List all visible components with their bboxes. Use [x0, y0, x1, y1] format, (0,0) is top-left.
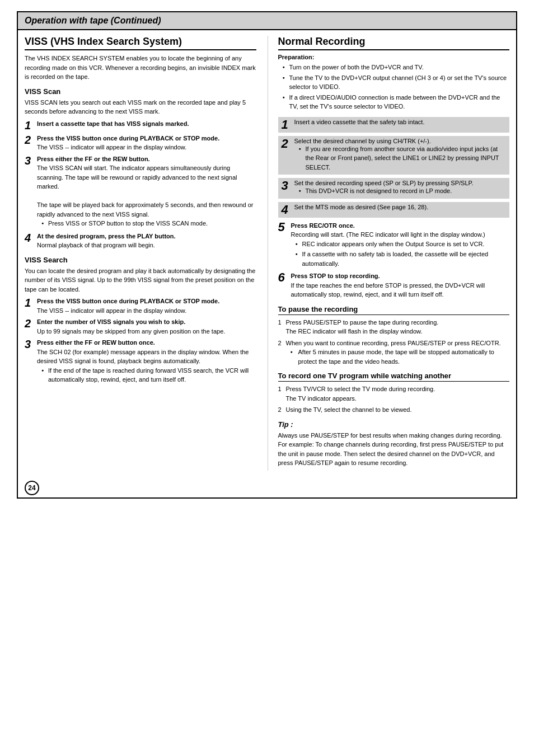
nr-step-2-title: Select the desired channel by using CH/T… — [294, 138, 431, 144]
nr-step-num-2: 2 — [282, 138, 292, 150]
nr-step-3-content: Set the desired recording speed (SP or S… — [294, 180, 507, 197]
pause-step-2-bullets: After 5 minutes in pause mode, the tape … — [286, 348, 510, 366]
tip-title: Tip : — [278, 420, 510, 429]
viss-title: VISS (VHS Index Search System) — [25, 36, 256, 50]
nr-step-5-detail: Recording will start. (The REC indicator… — [291, 231, 485, 238]
step-number-2: 2 — [25, 134, 35, 146]
prep-bullet-2: Tune the TV to the DVD+VCR output channe… — [283, 73, 510, 92]
nr-step-3-title: Set the desired recording speed (SP or S… — [294, 180, 474, 186]
viss-scan-section: VISS Scan VISS SCAN lets you search out … — [25, 87, 256, 250]
prep-bullet-1: Turn on the power of both the DVD+VCR an… — [283, 63, 510, 72]
nr-step-2-bullet-1: If you are recording from another source… — [299, 144, 507, 172]
prep-bullet-3: If a direct VIDEO/AUDIO connection is ma… — [283, 93, 510, 111]
prep-bullets: Turn on the power of both the DVD+VCR an… — [278, 63, 510, 111]
viss-search-description: You can locate the desired program and p… — [25, 266, 256, 294]
pause-section: To pause the recording 1 Press PAUSE/STE… — [278, 305, 510, 367]
nr-step-5-bullet-2: If a cassette with no safety tab is load… — [296, 250, 510, 268]
nr-step-4-title: Set the MTS mode as desired (See page 16… — [294, 204, 429, 210]
tip-section: Tip : Always use PAUSE/STEP for best res… — [278, 420, 510, 468]
vs-step-3-content: Press either the FF or REW button once. … — [37, 338, 256, 386]
step-3-bullet-1: Press VISS or STOP button to stop the VI… — [41, 219, 256, 228]
normal-recording-title: Normal Recording — [278, 36, 510, 50]
step-4-detail: Normal playback of that program will beg… — [37, 242, 155, 248]
vs-step-3-bullets: If the end of the tape is reached during… — [37, 366, 256, 384]
step-4-content: At the desired program, press the PLAY b… — [37, 232, 256, 250]
step-3-detail2: The tape will be played back for approxi… — [37, 201, 253, 218]
nr-step-3: 3 Set the desired recording speed (SP or… — [278, 178, 510, 199]
nr-step-2-bullets: If you are recording from another source… — [294, 144, 507, 172]
record-while-watching-title: To record one TV program while watching … — [278, 372, 510, 382]
nr-step-6-detail: If the tape reaches the end before STOP … — [291, 282, 485, 298]
step-2-detail: The VISS -- indicator will appear in the… — [37, 144, 186, 151]
page-header: Operation with tape (Continued) — [25, 16, 509, 26]
step-1-title: Insert a cassette tape that has VISS sig… — [37, 120, 189, 127]
pause-step-2-text: When you want to continue recording, pre… — [286, 340, 501, 346]
pause-step-1: 1 Press PAUSE/STEP to pause the tape dur… — [278, 318, 510, 336]
nr-step-5-title: Press REC/OTR once. — [291, 222, 355, 229]
viss-search-section: VISS Search You can locate the desired p… — [25, 256, 256, 386]
rww-step-1-text: Press TV/VCR to select the TV mode durin… — [286, 386, 435, 392]
viss-intro: The VHS INDEX SEARCH SYSTEM enables you … — [25, 54, 256, 82]
pause-step-1-text: Press PAUSE/STEP to pause the tape durin… — [286, 319, 439, 326]
nr-step-5: 5 Press REC/OTR once. Recording will sta… — [278, 221, 510, 270]
right-column: Normal Recording Preparation: Turn on th… — [268, 36, 510, 471]
viss-scan-step-2: 2 Press the VISS button once during PLAY… — [25, 134, 256, 152]
pause-step-2: 2 When you want to continue recording, p… — [278, 339, 510, 367]
viss-search-title: VISS Search — [25, 256, 256, 264]
rww-step-1-sub: The TV indicator appears. — [286, 395, 357, 402]
record-while-watching-section: To record one TV program while watching … — [278, 372, 510, 415]
viss-search-step-3: 3 Press either the FF or REW button once… — [25, 338, 256, 386]
viss-scan-step-3: 3 Press either the FF or the REW button.… — [25, 154, 256, 229]
tip-text: Always use PAUSE/STEP for best results w… — [278, 431, 510, 468]
nr-step-num-4: 4 — [282, 204, 292, 216]
pause-list: 1 Press PAUSE/STEP to pause the tape dur… — [278, 318, 510, 367]
step-1-content: Insert a cassette tape that has VISS sig… — [37, 119, 256, 129]
page-border: Operation with tape (Continued) VISS (VH… — [17, 11, 517, 499]
vs-step-number-1: 1 — [25, 297, 35, 309]
left-column: VISS (VHS Index Search System) The VHS I… — [25, 36, 256, 471]
nr-step-num-3: 3 — [282, 180, 292, 192]
page-number: 24 — [28, 484, 35, 492]
vs-step-2-title: Enter the number of VISS signals you wis… — [37, 318, 185, 325]
nr-step-4-content: Set the MTS mode as desired (See page 16… — [294, 204, 507, 210]
rww-list: 1 Press TV/VCR to select the TV mode dur… — [278, 384, 510, 415]
rww-step-2-text: Using the TV, select the channel to be v… — [286, 406, 412, 413]
preparation-section: Preparation: Turn on the power of both t… — [278, 54, 510, 111]
viss-search-step-2: 2 Enter the number of VISS signals you w… — [25, 317, 256, 336]
vs-step-number-3: 3 — [25, 338, 35, 350]
nr-step-1-title: Insert a video cassette that the safety … — [294, 119, 425, 125]
step-3-bullets: Press VISS or STOP button to stop the VI… — [37, 219, 256, 228]
page-number-container: 24 — [25, 481, 39, 495]
nr-step-5-bullets: REC indicator appears only when the Outp… — [291, 240, 510, 269]
viss-scan-description: VISS SCAN lets you search out each VISS … — [25, 98, 256, 116]
nr-step-1: 1 Insert a video cassette that the safet… — [278, 117, 510, 133]
viss-scan-step-1: 1 Insert a cassette tape that has VISS s… — [25, 119, 256, 132]
viss-scan-step-4: 4 At the desired program, press the PLAY… — [25, 232, 256, 250]
step-4-title: At the desired program, press the PLAY b… — [37, 233, 176, 240]
vs-step-2-content: Enter the number of VISS signals you wis… — [37, 317, 256, 336]
nr-step-2-content: Select the desired channel by using CH/T… — [294, 138, 507, 173]
step-3-title: Press either the FF or the REW button. — [37, 156, 150, 162]
vs-step-1-title: Press the VISS button once during PLAYBA… — [37, 298, 219, 304]
step-3-detail: The VISS SCAN will start. The indicator … — [37, 165, 237, 190]
nr-step-num-1: 1 — [282, 119, 292, 131]
step-number-4: 4 — [25, 232, 35, 244]
vs-step-2-detail: Up to 99 signals may be skipped from any… — [37, 328, 225, 335]
vs-step-1-content: Press the VISS button once during PLAYBA… — [37, 297, 256, 315]
nr-step-num-5: 5 — [278, 221, 288, 233]
nr-step-6-content: Press STOP to stop recording. If the tap… — [291, 271, 510, 299]
nr-step-2: 2 Select the desired channel by using CH… — [278, 136, 510, 175]
vs-step-3-detail: The SCH 02 (for example) message appears… — [37, 349, 249, 365]
vs-step-number-2: 2 — [25, 317, 35, 330]
viss-search-step-1: 1 Press the VISS button once during PLAY… — [25, 297, 256, 315]
pause-step-2-bullet-1: After 5 minutes in pause mode, the tape … — [291, 348, 510, 366]
nr-step-3-bullet-1: This DVD+VCR is not designed to record i… — [299, 186, 507, 196]
header-bar: Operation with tape (Continued) — [18, 12, 516, 30]
step-number-3: 3 — [25, 154, 35, 167]
page-number-box: 24 — [25, 481, 39, 495]
rww-step-2: 2 Using the TV, select the channel to be… — [278, 405, 510, 415]
vs-step-3-bullet-1: If the end of the tape is reached during… — [41, 366, 256, 384]
pause-step-1-sub: The REC indicator will flash in the disp… — [286, 328, 423, 335]
page-content: VISS (VHS Index Search System) The VHS I… — [18, 30, 516, 476]
rww-step-1: 1 Press TV/VCR to select the TV mode dur… — [278, 384, 510, 403]
